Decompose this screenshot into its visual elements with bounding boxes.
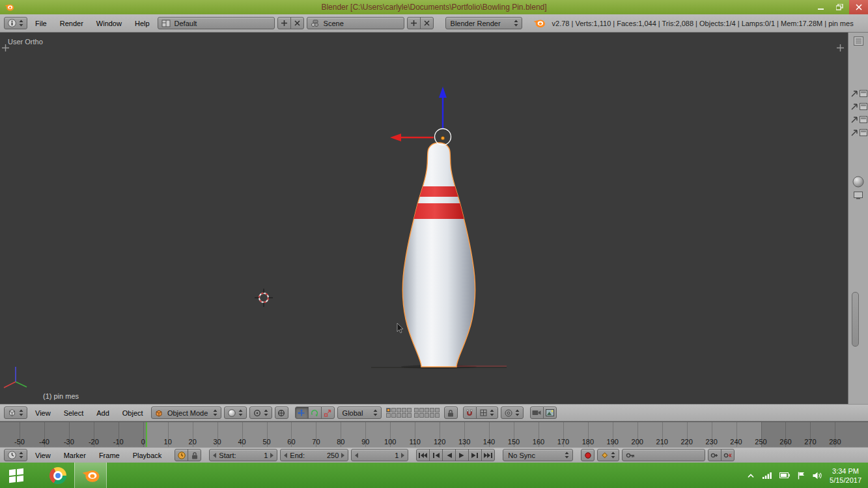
next-keyframe-button[interactable] (468, 449, 482, 461)
panel-row-icon-2[interactable] (851, 103, 867, 110)
layer-toggle[interactable] (391, 408, 396, 412)
layer-toggle[interactable] (402, 413, 406, 418)
proportional-edit-selector[interactable] (501, 407, 524, 419)
prev-keyframe-button[interactable] (429, 449, 443, 461)
menu-tl-playback[interactable]: Playback (128, 452, 167, 459)
jump-to-end-button[interactable] (481, 449, 495, 461)
menu-select[interactable]: Select (59, 409, 89, 417)
display-mode-icon[interactable] (854, 192, 863, 199)
mode-selector[interactable]: Object Mode (151, 407, 221, 419)
current-frame-field[interactable]: 1 (351, 449, 408, 461)
panel-row-icon-1[interactable] (851, 90, 867, 97)
viewport-3d[interactable]: User Ortho (1) pin mes (0, 33, 848, 404)
panel-row-icon-4[interactable] (851, 129, 867, 136)
menu-view[interactable]: View (30, 409, 56, 417)
play-reverse-button[interactable] (442, 449, 456, 461)
layer-toggle[interactable] (386, 413, 391, 418)
editor-type-selector-timeline[interactable] (4, 449, 27, 461)
layer-toggle[interactable] (407, 413, 412, 418)
layer-toggle[interactable] (425, 408, 429, 412)
editor-type-selector-3dview[interactable] (4, 407, 27, 419)
menu-help[interactable]: Help (130, 20, 155, 27)
menu-tl-view[interactable]: View (30, 452, 56, 459)
screen-layout-selector[interactable]: Default (158, 17, 275, 29)
pivot-align-toggle[interactable] (275, 407, 288, 419)
layer-toggle[interactable] (414, 408, 419, 412)
add-screen-layout-button[interactable] (277, 17, 291, 29)
network-icon[interactable] (763, 472, 772, 479)
opengl-render-button[interactable] (530, 407, 544, 419)
render-engine-selector[interactable]: Blender Render (445, 17, 522, 29)
current-frame-indicator[interactable] (146, 422, 147, 447)
scrollbar[interactable] (852, 292, 859, 347)
menu-object[interactable]: Object (117, 409, 148, 417)
layer-toggle[interactable] (397, 408, 401, 412)
taskbar-blender-button[interactable] (74, 463, 107, 488)
cursor-3d[interactable] (255, 289, 273, 307)
panel-row-icon-3[interactable] (851, 116, 867, 123)
close-button[interactable] (849, 0, 868, 14)
menu-add[interactable]: Add (91, 409, 115, 417)
add-scene-button[interactable] (407, 17, 421, 29)
start-button[interactable] (0, 463, 33, 488)
layer-toggle[interactable] (425, 413, 429, 418)
snap-toggle[interactable] (463, 407, 477, 419)
outliner-panel-icon[interactable] (854, 36, 863, 46)
delete-screen-layout-button[interactable] (290, 17, 304, 29)
layer-toggle[interactable] (397, 413, 401, 418)
jump-to-start-button[interactable] (416, 449, 430, 461)
transform-manipulator[interactable] (390, 87, 451, 145)
menu-window[interactable]: Window (91, 20, 127, 27)
lock-time-toggle[interactable] (188, 449, 201, 461)
opengl-render-anim-button[interactable] (543, 407, 557, 419)
restore-button[interactable] (830, 0, 849, 14)
transform-orientation-selector[interactable]: Global (337, 407, 382, 419)
editor-type-selector-info[interactable] (4, 17, 27, 29)
layers-widget[interactable] (386, 408, 440, 418)
viewport-shading-selector[interactable] (224, 407, 247, 419)
timeline-ruler[interactable]: -50-40-30-20-100102030405060708090100110… (0, 422, 868, 447)
bowling-pin-object[interactable] (389, 143, 490, 367)
action-center-flag-icon[interactable] (798, 472, 805, 480)
manipulator-scale-toggle[interactable] (321, 407, 335, 419)
menu-file[interactable]: File (30, 20, 52, 27)
keying-mode-selector[interactable] (597, 449, 619, 461)
layer-toggle[interactable] (386, 408, 391, 412)
properties-shelf-expand-icon[interactable] (837, 44, 844, 51)
layer-toggle[interactable] (419, 413, 424, 418)
layer-toggle[interactable] (402, 408, 406, 412)
manipulator-translate-toggle[interactable] (295, 407, 309, 419)
insert-keyframe-button[interactable] (708, 449, 721, 461)
preview-sphere-widget[interactable] (852, 176, 864, 188)
taskbar-chrome-button[interactable] (42, 463, 74, 488)
battery-icon[interactable] (779, 472, 790, 478)
volume-icon[interactable] (813, 472, 822, 480)
menu-tl-frame[interactable]: Frame (94, 452, 125, 459)
layer-toggle[interactable] (391, 413, 396, 418)
menu-render[interactable]: Render (55, 20, 89, 27)
scene-selector[interactable]: Scene (307, 17, 404, 29)
hidden-icons-chevron[interactable] (747, 473, 755, 478)
layer-toggle[interactable] (419, 408, 424, 412)
snap-element-selector[interactable] (476, 407, 498, 419)
minimize-button[interactable] (811, 0, 830, 14)
lock-to-scene-toggle[interactable] (444, 407, 458, 419)
pivot-point-selector[interactable] (249, 407, 272, 419)
layer-toggle[interactable] (435, 408, 440, 412)
layer-toggle[interactable] (414, 413, 419, 418)
active-keying-set-field[interactable] (622, 449, 705, 461)
sync-mode-selector[interactable]: No Sync (503, 449, 573, 461)
play-button[interactable] (455, 449, 469, 461)
layer-toggle[interactable] (407, 408, 412, 412)
autokey-record-toggle[interactable] (581, 449, 595, 461)
delete-keyframe-button[interactable] (721, 449, 735, 461)
manipulator-rotate-toggle[interactable] (308, 407, 322, 419)
taskbar-clock[interactable]: 3:34 PM 5/15/2017 (830, 466, 861, 485)
layer-toggle[interactable] (435, 413, 440, 418)
preview-range-toggle[interactable] (175, 449, 188, 461)
frame-end-field[interactable]: End: 250 (280, 449, 348, 461)
frame-start-field[interactable]: Start: 1 (209, 449, 277, 461)
toolshelf-expand-icon[interactable] (2, 44, 9, 51)
menu-tl-marker[interactable]: Marker (59, 452, 91, 459)
layer-toggle[interactable] (430, 413, 434, 418)
